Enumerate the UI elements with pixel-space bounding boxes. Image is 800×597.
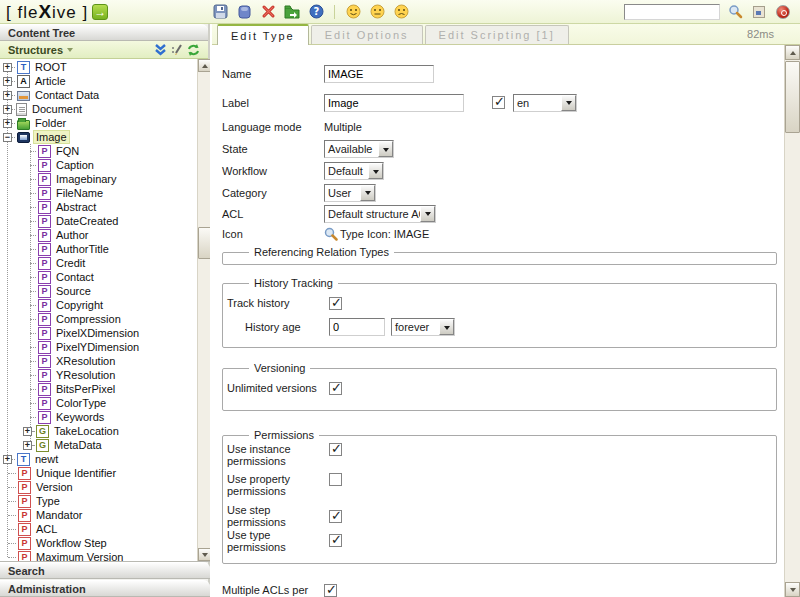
content-scroll-thumb[interactable] [785, 61, 800, 133]
dropdown-arrow-icon[interactable] [368, 163, 383, 179]
tree-connector [8, 487, 16, 488]
structures-header[interactable]: Structures [0, 41, 208, 59]
tree-scroll-thumb[interactable] [198, 227, 210, 259]
dropdown-arrow-icon[interactable] [439, 319, 454, 335]
tree-item-image[interactable]: −Image [0, 130, 197, 144]
property-icon: P [38, 229, 51, 242]
state-select[interactable]: Available [324, 140, 394, 158]
label-language-select[interactable]: en [513, 94, 577, 112]
dropdown-arrow-icon[interactable] [420, 206, 435, 222]
smiley-neutral-icon[interactable] [368, 3, 386, 21]
tree-item-metadata[interactable]: +GMetaData [0, 438, 197, 452]
tree-connector [8, 529, 16, 530]
tree-item-workflow-step[interactable]: PWorkflow Step [0, 536, 197, 550]
use-property-permissions-row: Use property permissions [227, 473, 768, 504]
top-bar: [ fleXive ] → ? [0, 0, 800, 24]
sidebar-item-search[interactable]: Search [0, 562, 210, 579]
tree-expander-icon[interactable]: + [3, 77, 12, 86]
tree-expander-icon[interactable]: + [3, 119, 12, 128]
copy-icon[interactable] [235, 3, 253, 21]
content-scroll-up-button[interactable] [785, 45, 800, 60]
tree-item-newt[interactable]: +Tnewt [0, 452, 197, 466]
name-input[interactable] [324, 65, 434, 83]
logout-icon[interactable] [774, 3, 792, 21]
multiple-acls-per-instance-checkbox[interactable] [324, 584, 337, 597]
tree-item-label: BitsPerPixel [54, 383, 117, 395]
tree-item-type[interactable]: PType [0, 494, 197, 508]
use-type-permissions-checkbox[interactable] [329, 534, 342, 547]
tree-expander-icon[interactable]: + [23, 427, 32, 436]
tree-item-mandator[interactable]: PMandator [0, 508, 197, 522]
language-mode-value: Multiple [324, 121, 362, 133]
content-scroll-down-button[interactable] [785, 582, 800, 597]
tree-item-document[interactable]: +Document [0, 102, 197, 116]
image-icon[interactable] [750, 3, 768, 21]
tab-edit-options[interactable]: Edit Options [311, 25, 423, 44]
icon-value[interactable]: Type Icon: IMAGE [324, 227, 429, 241]
tree-item-article[interactable]: +AArticle [0, 74, 197, 88]
tab-edit-scripting-1[interactable]: Edit Scripting [1] [425, 25, 569, 44]
system-property-icon: P [18, 509, 31, 522]
label-default-checkbox[interactable] [492, 96, 505, 109]
tree-expander-icon[interactable]: + [23, 441, 32, 450]
acl-select[interactable]: Default structure ACL [324, 205, 436, 223]
unlimited-versions-checkbox[interactable] [329, 382, 342, 395]
tree-item-label: Abstract [54, 201, 98, 213]
smiley-wry-icon[interactable] [392, 3, 410, 21]
use-property-permissions-checkbox[interactable] [329, 473, 342, 486]
tree-item-label: Contact [54, 271, 96, 283]
tree-expander-icon[interactable]: − [3, 133, 12, 142]
selected-option: Default [325, 165, 368, 177]
tree-expander-icon[interactable]: + [3, 455, 12, 464]
magnifier-icon[interactable] [324, 227, 338, 241]
tree-item-folder[interactable]: +Folder [0, 116, 197, 130]
logo-text: [ fleXive ] [6, 1, 88, 23]
tree-scroll-up-button[interactable] [198, 59, 210, 72]
workflow-select[interactable]: Default [324, 162, 384, 180]
article-icon: A [17, 75, 30, 88]
fieldset-legend: Versioning [249, 362, 310, 374]
smiley-happy-icon[interactable] [344, 3, 362, 21]
tree-expander-icon[interactable]: + [3, 105, 12, 114]
structure-tree: +TROOT+AArticle+Contact Data+Document+Fo… [0, 60, 197, 561]
selected-option: Available [325, 143, 378, 155]
tree-item-unique-identifier[interactable]: PUnique Identifier [0, 466, 197, 480]
search-input[interactable] [624, 4, 720, 20]
structures-label: Structures [8, 44, 63, 56]
save-icon[interactable] [211, 3, 229, 21]
edit-script-icon[interactable] [171, 44, 183, 56]
dropdown-arrow-icon[interactable] [360, 185, 375, 201]
delete-icon[interactable] [259, 3, 277, 21]
tab-edit-type[interactable]: Edit Type [217, 24, 309, 45]
tree-item-version[interactable]: PVersion [0, 480, 197, 494]
history-age-unit-select[interactable]: forever [391, 318, 455, 336]
tree-scroll-down-button[interactable] [198, 548, 210, 561]
category-select[interactable]: User [324, 184, 376, 202]
reload-icon[interactable] [187, 44, 200, 56]
help-icon[interactable]: ? [307, 3, 325, 21]
track-history-checkbox[interactable] [329, 297, 342, 310]
label-input[interactable] [324, 94, 464, 112]
tree-expander-icon[interactable]: + [3, 91, 12, 100]
tree-item-root[interactable]: +TROOT [0, 60, 197, 74]
sidebar-item-administration[interactable]: Administration [0, 580, 210, 597]
tree-item-label: Author [54, 229, 90, 241]
tree-expander-icon[interactable]: + [3, 63, 12, 72]
tree-item-label: Version [34, 481, 75, 493]
export-icon[interactable] [283, 3, 301, 21]
dropdown-arrow-icon[interactable] [378, 141, 393, 157]
collapse-all-icon[interactable] [154, 44, 167, 56]
content-tree-header[interactable]: Content Tree [0, 24, 208, 41]
tree-item-label: Image [33, 130, 70, 144]
tree-scrollbar[interactable] [197, 59, 210, 561]
name-row: Name [222, 59, 777, 89]
structure-tree-panel: +TROOT+AArticle+Contact Data+Document+Fo… [0, 59, 210, 562]
tree-item-acl[interactable]: PACL [0, 522, 197, 536]
use-instance-permissions-checkbox[interactable] [329, 443, 342, 456]
dropdown-arrow-icon[interactable] [561, 95, 576, 111]
search-icon[interactable] [726, 3, 744, 21]
use-step-permissions-checkbox[interactable] [329, 510, 342, 523]
tree-item-contact-data[interactable]: +Contact Data [0, 88, 197, 102]
content-scrollbar[interactable] [784, 45, 800, 597]
history-age-input[interactable] [329, 318, 385, 336]
